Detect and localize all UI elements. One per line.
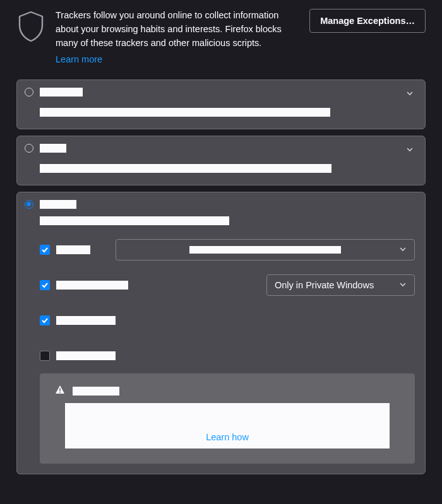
custom-option-row [40,238,415,261]
custom-option-row: Only in Private Windows [40,274,415,296]
radio-custom[interactable] [25,200,33,209]
checkbox-cryptominers[interactable] [40,315,50,325]
warning-panel: Learn how [40,373,415,464]
checkbox-fingerprinters[interactable] [40,351,50,361]
svg-rect-0 [59,389,61,392]
tracking-description-text: Trackers follow you around online to col… [56,9,299,50]
checkbox-trackers[interactable] [40,245,50,255]
learn-how-link[interactable]: Learn how [206,432,249,442]
select-tracking-content[interactable] [116,239,415,261]
protection-option-custom[interactable]: Only in Private Windows [16,192,426,474]
manage-exceptions-button[interactable]: Manage Exceptions… [309,9,426,33]
radio-standard[interactable] [25,88,33,97]
tracking-description: Trackers follow you around online to col… [56,9,299,67]
radio-strict[interactable] [25,144,33,153]
custom-option-row [40,344,415,367]
label-opt-3 [56,316,116,325]
select-value: Only in Private Windows [275,280,374,290]
label-opt-1 [56,245,90,254]
tracking-header: Trackers follow you around online to col… [16,9,426,67]
custom-option-row [40,309,415,332]
custom-subheading [40,216,229,225]
warning-icon [55,385,65,397]
chevron-down-icon [399,280,407,290]
select-cookies[interactable]: Only in Private Windows [266,274,415,296]
desc-strict [40,164,332,173]
checkbox-cookies[interactable] [40,280,50,290]
label-standard [40,88,83,97]
protection-option-standard[interactable] [16,79,426,129]
desc-standard [40,108,330,117]
warning-body: Learn how [65,403,390,448]
select-value-placeholder [189,246,341,254]
chevron-down-icon [399,245,407,255]
chevron-down-icon[interactable] [406,145,414,155]
protection-option-strict[interactable] [16,136,426,185]
chevron-down-icon[interactable] [406,89,414,99]
label-opt-2 [56,281,128,290]
svg-rect-1 [59,392,61,393]
warning-title [73,387,119,396]
label-strict [40,144,66,153]
shield-icon [16,9,45,45]
learn-more-link[interactable]: Learn more [56,54,102,64]
label-custom [40,200,76,209]
label-opt-4 [56,351,116,360]
protection-level-panels: Only in Private Windows [8,79,434,474]
